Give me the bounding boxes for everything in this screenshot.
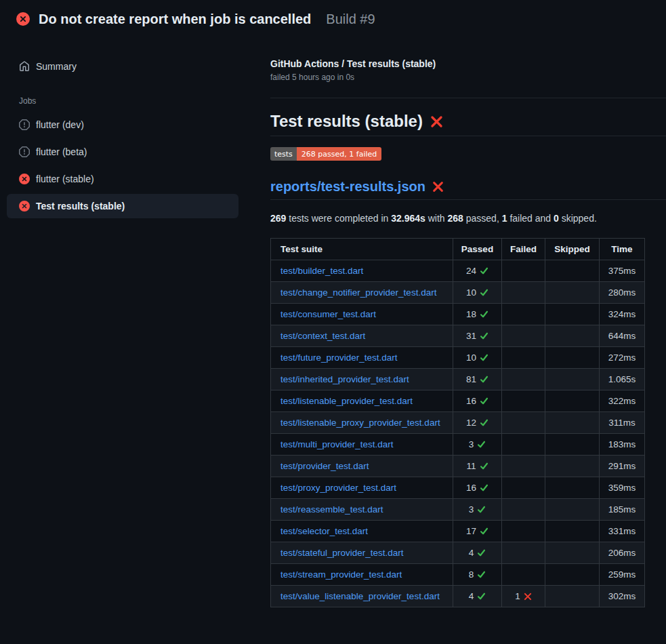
skipped-cell (545, 456, 600, 477)
suite-link[interactable]: test/selector_test.dart (280, 526, 368, 536)
skipped-cell (545, 542, 600, 564)
x-circle-fill-icon (19, 174, 30, 184)
sidebar-item-job-3[interactable]: Test results (stable) (7, 194, 238, 218)
time-cell: 375ms (600, 260, 645, 282)
passed-cell: 10 (453, 347, 502, 369)
passed-cell: 16 (453, 390, 502, 412)
suite-link[interactable]: test/inherited_provider_test.dart (280, 374, 409, 384)
table-row: test/proxy_provider_test.dart16359ms (271, 477, 645, 499)
time-cell: 311ms (600, 412, 645, 434)
home-icon (19, 61, 30, 72)
test-results-table: Test suitePassedFailedSkippedTime test/b… (270, 238, 645, 607)
divider (270, 98, 666, 98)
table-row: test/multi_provider_test.dart3183ms (271, 434, 645, 456)
job-label: flutter (stable) (36, 174, 94, 184)
summary-segment: 32.964s (391, 213, 425, 224)
time-cell: 302ms (600, 586, 645, 607)
suite-link[interactable]: test/stateful_provider_test.dart (280, 548, 404, 558)
sidebar-item-summary[interactable]: Summary (7, 54, 238, 79)
suite-cell: test/stream_provider_test.dart (271, 564, 453, 586)
column-header-test-suite: Test suite (271, 239, 453, 260)
skipped-cell (545, 412, 600, 434)
suite-link[interactable]: test/reassemble_test.dart (280, 504, 383, 515)
run-meta: failed 5 hours ago in 0s (270, 73, 666, 82)
breadcrumb: GitHub Actions / Test results (stable) (270, 58, 666, 69)
failed-cell (502, 260, 545, 282)
badge-label: tests (270, 147, 297, 161)
count: 17 (466, 526, 476, 536)
count: 8 (469, 569, 474, 580)
table-row: test/future_provider_test.dart10272ms (271, 347, 645, 369)
passed-cell: 4 (453, 586, 502, 607)
failed-cell (502, 521, 545, 542)
table-row: test/builder_test.dart24375ms (271, 260, 645, 282)
check-icon (477, 570, 486, 579)
count: 1 (515, 591, 520, 601)
table-header-row: Test suitePassedFailedSkippedTime (271, 239, 645, 260)
sidebar-item-job-1[interactable]: flutter (beta) (7, 140, 238, 164)
summary-segment: passed, (463, 213, 502, 224)
passed-cell: 3 (453, 434, 502, 456)
stop-icon (19, 146, 30, 157)
suite-cell: test/context_test.dart (271, 325, 453, 347)
skipped-cell (545, 390, 600, 412)
check-icon (477, 548, 486, 557)
check-icon (477, 505, 486, 514)
suite-link[interactable]: test/change_notifier_provider_test.dart (280, 287, 436, 298)
cross-icon (524, 592, 532, 601)
page-header: Do not create report when job is cancell… (0, 0, 666, 38)
skipped-cell (545, 564, 600, 586)
suite-link[interactable]: test/builder_test.dart (280, 266, 363, 276)
suite-link[interactable]: test/future_provider_test.dart (280, 353, 398, 363)
time-cell: 322ms (600, 390, 645, 412)
job-label: flutter (dev) (36, 119, 84, 130)
job-label: flutter (beta) (36, 146, 87, 157)
badge-value: 268 passed, 1 failed (297, 147, 381, 161)
suite-link[interactable]: test/listenable_provider_test.dart (280, 396, 413, 406)
suite-link[interactable]: test/context_test.dart (280, 331, 365, 341)
summary-segment: 268 (448, 213, 463, 224)
table-row: test/consumer_test.dart18324ms (271, 304, 645, 325)
table-row: test/listenable_provider_test.dart16322m… (271, 390, 645, 412)
check-icon (480, 288, 488, 297)
skipped-cell (545, 369, 600, 390)
skipped-cell (545, 304, 600, 325)
passed-cell: 16 (453, 477, 502, 499)
suite-link[interactable]: test/multi_provider_test.dart (280, 439, 394, 449)
check-icon (480, 483, 488, 492)
passed-cell: 18 (453, 304, 502, 325)
suite-link[interactable]: test/listenable_proxy_provider_test.dart (280, 418, 440, 428)
skipped-cell (545, 347, 600, 369)
sidebar: Summary Jobs flutter (dev)flutter (beta)… (0, 38, 270, 218)
check-icon (480, 353, 488, 362)
sidebar-item-job-2[interactable]: flutter (stable) (7, 167, 238, 191)
sidebar-item-job-0[interactable]: flutter (dev) (7, 113, 238, 137)
skipped-cell (545, 325, 600, 347)
page-title: Do not create report when job is cancell… (39, 12, 311, 27)
report-link[interactable]: reports/test-results.json (270, 179, 425, 195)
suite-link[interactable]: test/provider_test.dart (280, 461, 369, 471)
check-icon (477, 440, 486, 449)
table-row: test/stateful_provider_test.dart4206ms (271, 542, 645, 564)
summary-line: 269 tests were completed in 32.964s with… (270, 213, 666, 224)
failed-cell: 1 (502, 586, 545, 607)
jobs-list: flutter (dev)flutter (beta)flutter (stab… (7, 113, 238, 218)
suite-cell: test/stateful_provider_test.dart (271, 542, 453, 564)
failed-cell (502, 304, 545, 325)
count: 16 (466, 483, 476, 493)
passed-cell: 12 (453, 412, 502, 434)
suite-link[interactable]: test/stream_provider_test.dart (280, 569, 402, 580)
suite-link[interactable]: test/consumer_test.dart (280, 309, 376, 319)
passed-cell: 81 (453, 369, 502, 390)
failed-cross-icon (430, 115, 443, 128)
summary-segment: with (425, 213, 448, 224)
count: 4 (469, 591, 474, 601)
skipped-cell (545, 521, 600, 542)
time-cell: 291ms (600, 456, 645, 477)
table-row: test/inherited_provider_test.dart811.065… (271, 369, 645, 390)
suite-cell: test/selector_test.dart (271, 521, 453, 542)
suite-cell: test/future_provider_test.dart (271, 347, 453, 369)
suite-link[interactable]: test/proxy_provider_test.dart (280, 483, 396, 493)
suite-link[interactable]: test/value_listenable_provider_test.dart (280, 591, 440, 601)
table-body: test/builder_test.dart24375mstest/change… (271, 260, 645, 607)
